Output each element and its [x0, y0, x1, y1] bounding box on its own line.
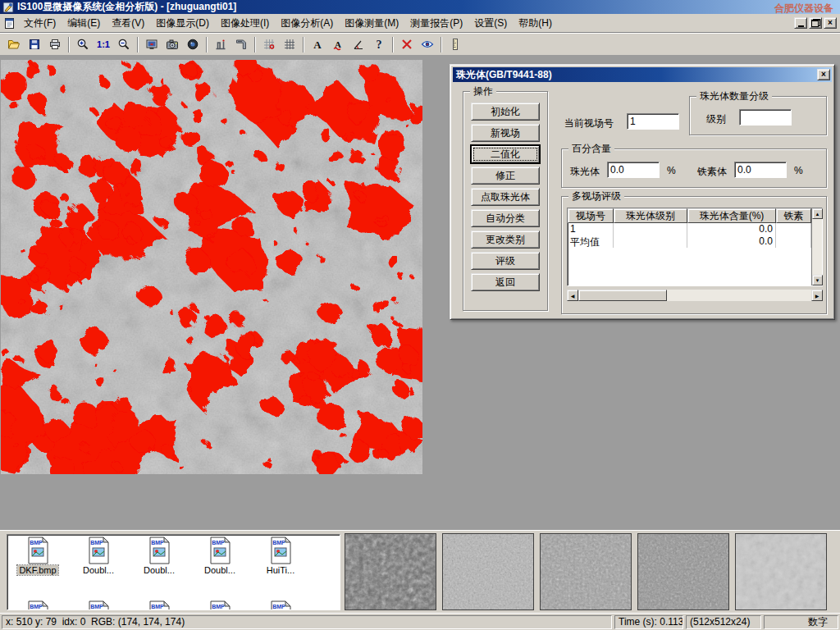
grade-button[interactable]: 评级 [471, 252, 540, 270]
col-pearlite-grade[interactable]: 珠光体级别 [614, 208, 687, 223]
file-label[interactable]: HuiTi... [265, 565, 296, 575]
scroll-up-icon[interactable]: ▲ [812, 208, 823, 219]
thumbnail-image[interactable] [345, 533, 436, 610]
font-style-icon[interactable]: A [328, 35, 348, 54]
angle-measure-icon[interactable] [349, 35, 368, 54]
menu-measure-report[interactable]: 测量报告(P) [404, 15, 468, 32]
col-ferrite[interactable]: 铁素 [776, 208, 811, 223]
multi-field-table[interactable]: 视场号 珠光体级别 珠光体含量(%) 铁素 1 0.0 平均值 [567, 208, 823, 286]
table-row[interactable]: 平均值 0.0 [568, 235, 811, 248]
thumbnail-image[interactable] [637, 533, 729, 610]
ferrite-percent-input[interactable]: 0.0 [734, 162, 787, 178]
grid-measure-icon[interactable] [259, 35, 279, 54]
table-row[interactable]: 1 0.0 [568, 223, 811, 235]
actual-size-icon[interactable]: 1:1 [94, 35, 113, 54]
help-icon[interactable]: ? [369, 35, 389, 54]
file-label[interactable]: Doubl... [142, 565, 176, 575]
restore-icon[interactable] [809, 17, 822, 29]
new-field-button[interactable]: 新视场 [471, 124, 540, 142]
ruler-icon[interactable] [445, 35, 465, 54]
multi-field-group: 多视场评级 视场号 珠光体级别 珠光体含量(%) 铁素 1 0.0 [561, 196, 827, 314]
current-field-input[interactable]: 1 [627, 113, 679, 130]
caliper-icon[interactable] [211, 35, 231, 54]
file-item[interactable]: BMP [129, 600, 189, 610]
capture-icon[interactable] [183, 35, 203, 54]
auto-classify-button[interactable]: 自动分类 [471, 209, 540, 227]
file-item[interactable]: BMP HuiTi... [250, 536, 311, 576]
text-annotation-icon[interactable]: A [308, 35, 327, 54]
scroll-down-icon[interactable]: ▼ [812, 275, 823, 285]
file-item[interactable]: BMP DKF.bmp [7, 536, 68, 576]
grid-icon[interactable] [280, 35, 299, 54]
screen-display-icon[interactable] [142, 35, 162, 54]
file-item[interactable]: BMP [189, 600, 250, 610]
delete-measurement-icon[interactable] [397, 35, 417, 54]
zoom-out-icon[interactable] [114, 35, 134, 54]
correct-button[interactable]: 修正 [471, 167, 540, 185]
level-input[interactable] [739, 109, 792, 126]
menu-settings[interactable]: 设置(S) [468, 15, 513, 32]
menu-image-measure[interactable]: 图像测量(M) [339, 15, 404, 32]
title-bar[interactable]: IS100显微摄像系统(金相分析版) - [zhuguangti01] [0, 0, 840, 14]
menu-edit[interactable]: 编辑(E) [62, 15, 106, 32]
bmp-file-icon: BMP [268, 600, 293, 610]
bmp-file-icon: BMP [25, 600, 50, 610]
toolbar-separator [303, 37, 304, 52]
file-item[interactable]: BMP Doubl... [129, 536, 189, 576]
cell-grade [614, 223, 687, 235]
file-label[interactable]: Doubl... [203, 565, 237, 575]
open-icon[interactable] [4, 35, 24, 54]
return-button[interactable]: 返回 [471, 273, 540, 291]
menu-image-analysis[interactable]: 图像分析(A) [275, 15, 339, 32]
file-item[interactable]: BMP [250, 600, 311, 610]
file-item[interactable]: BMP [68, 600, 129, 610]
menu-file[interactable]: 文件(F) [18, 15, 62, 32]
svg-text:?: ? [377, 39, 382, 51]
vendor-watermark: 合肥仪器设备 [774, 2, 833, 16]
pick-pearlite-button[interactable]: 点取珠光体 [471, 188, 540, 206]
col-pearlite-content[interactable]: 珠光体含量(%) [687, 208, 776, 223]
scrollbar-thumb[interactable] [578, 290, 667, 301]
print-icon[interactable] [45, 35, 65, 54]
file-listbox[interactable]: BMP DKF.bmp BMP Doubl... BMP [7, 534, 340, 610]
initialize-button[interactable]: 初始化 [471, 103, 540, 121]
document-icon[interactable] [3, 17, 16, 30]
file-item[interactable]: BMP Doubl... [68, 536, 129, 576]
camera-icon[interactable] [162, 35, 182, 54]
table-horizontal-scrollbar[interactable]: ◀ ▶ [567, 290, 823, 301]
bmp-file-icon: BMP [147, 536, 171, 564]
pearlite-percent-input[interactable]: 0.0 [607, 162, 660, 178]
zoom-in-icon[interactable] [73, 35, 93, 54]
close-icon[interactable]: × [824, 17, 837, 29]
menu-help[interactable]: 帮助(H) [513, 15, 558, 32]
scroll-left-icon[interactable]: ◀ [567, 290, 578, 301]
bmp-file-icon: BMP [86, 536, 111, 564]
pearlite-dialog: 珠光体(GB/T9441-88) × 操作 初始化 新视场 二值化 修正 点取珠… [450, 64, 835, 320]
menu-view[interactable]: 查看(V) [106, 15, 150, 32]
cell-field: 平均值 [568, 235, 614, 248]
change-class-button[interactable]: 更改类别 [471, 231, 540, 249]
scroll-right-icon[interactable]: ▶ [811, 290, 823, 301]
file-label[interactable]: DKF.bmp [17, 565, 57, 575]
menu-image-display[interactable]: 图像显示(D) [150, 15, 215, 32]
scrollbar-track[interactable] [578, 290, 811, 301]
binarize-button[interactable]: 二值化 [471, 145, 540, 163]
thumbnail-image[interactable] [735, 533, 827, 610]
preview-eye-icon[interactable] [418, 35, 437, 54]
dialog-close-icon[interactable]: × [817, 69, 830, 80]
specimen-image[interactable] [1, 60, 422, 474]
file-item[interactable]: BMP Doubl... [189, 536, 250, 576]
svg-text:A: A [335, 39, 341, 49]
col-field-number[interactable]: 视场号 [568, 208, 614, 223]
minimize-icon[interactable] [794, 17, 807, 29]
save-icon[interactable] [25, 35, 44, 54]
dialog-title-bar[interactable]: 珠光体(GB/T9441-88) × [453, 67, 832, 82]
thumbnail-image[interactable] [540, 533, 632, 610]
pearlite-label: 珠光体 [570, 165, 600, 179]
file-label[interactable]: Doubl... [81, 565, 116, 575]
table-vertical-scrollbar[interactable]: ▲ ▼ [811, 208, 822, 285]
file-item[interactable]: BMP [7, 600, 68, 610]
micrometer-icon[interactable] [231, 35, 251, 54]
thumbnail-image[interactable] [442, 533, 534, 610]
menu-image-processing[interactable]: 图像处理(I) [215, 15, 275, 32]
